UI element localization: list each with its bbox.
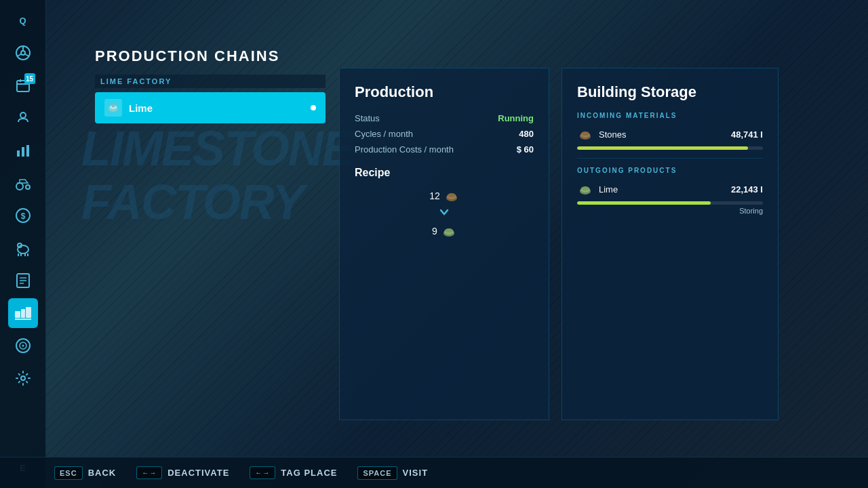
svg-point-41 (448, 193, 456, 197)
sidebar-btn-calendar[interactable]: 15 (8, 70, 38, 100)
svg-point-35 (21, 376, 25, 380)
stones-progress-fill (577, 146, 748, 150)
svg-rect-11 (22, 147, 24, 157)
svg-point-9 (20, 113, 26, 118)
factory-label: LIME FACTORY (95, 75, 326, 88)
recipe-area: 12 9 (355, 188, 534, 239)
storing-label: Storing (577, 207, 763, 215)
sidebar-btn-settings[interactable] (8, 363, 38, 393)
animal-icon (14, 240, 32, 256)
lime-value: 22,143 l (731, 184, 763, 195)
sidebar-btn-production[interactable] (8, 298, 38, 328)
stats-icon (15, 142, 31, 159)
lime-row: Lime 22,143 l (577, 181, 763, 197)
deactivate-key-group[interactable]: ←→ DEACTIVATE (136, 466, 229, 479)
svg-line-4 (24, 54, 28, 57)
visit-key-label: VISIT (403, 468, 429, 478)
recipe-output-item: 9 (432, 224, 456, 239)
tagplace-key-badge: ←→ (250, 466, 275, 479)
tagplace-key-label: TAG PLACE (281, 468, 337, 478)
stones-value: 48,741 l (731, 129, 763, 140)
lime-progress-bg (577, 201, 763, 205)
outgoing-label: OUTGOING PRODUCTS (577, 167, 763, 174)
lime-progress-fill (577, 201, 711, 205)
sidebar-btn-stats[interactable] (8, 136, 38, 165)
svg-point-13 (16, 183, 23, 190)
sidebar: Q 15 (0, 0, 46, 488)
stones-row: Stones 48,741 l (577, 126, 763, 142)
lime-item-dot (311, 105, 316, 110)
svg-rect-29 (21, 309, 25, 318)
esc-key-group[interactable]: ESC BACK (54, 466, 116, 480)
svg-rect-12 (26, 145, 29, 157)
sidebar-btn-animal[interactable] (8, 233, 38, 263)
svg-text:$: $ (20, 211, 25, 221)
deactivate-key-label: DEACTIVATE (167, 468, 229, 478)
settings-icon (15, 370, 31, 386)
lime-icon (577, 181, 593, 197)
production-chains-title: PRODUCTION CHAINS (95, 47, 326, 65)
recipe-arrow-icon (438, 206, 450, 221)
status-value: Running (498, 113, 534, 123)
production-title: Production (355, 83, 534, 101)
tagplace-key-group[interactable]: ←→ TAG PLACE (250, 466, 337, 479)
status-row: Status Running (355, 113, 534, 123)
weather-icon (15, 110, 31, 126)
visit-key-badge: SPACE (357, 466, 397, 480)
deactivate-key-badge: ←→ (136, 466, 162, 479)
svg-point-44 (445, 228, 453, 232)
lime-item-icon (104, 99, 122, 117)
cycles-value: 480 (519, 129, 534, 139)
cycles-row: Cycles / month 480 (355, 129, 534, 139)
svg-line-3 (17, 54, 21, 57)
svg-point-18 (18, 245, 28, 253)
esc-key-badge: ESC (54, 466, 83, 480)
missions-icon (15, 338, 31, 354)
sidebar-btn-weather[interactable] (8, 103, 38, 133)
production-chains-panel: PRODUCTION CHAINS LIME FACTORY Lime (95, 47, 326, 123)
sidebar-btn-missions[interactable] (8, 331, 38, 361)
sidebar-btn-q[interactable]: Q (8, 5, 38, 35)
svg-point-14 (26, 185, 30, 189)
lime-progress-wrap: Storing (577, 201, 763, 215)
recipe-input-amount: 12 (429, 190, 440, 201)
recipe-title: Recipe (355, 167, 534, 179)
costs-value: $ 60 (517, 144, 534, 155)
cycles-label: Cycles / month (355, 129, 413, 139)
production-icon (14, 306, 32, 321)
svg-point-34 (22, 345, 24, 347)
costs-row: Production Costs / month $ 60 (355, 144, 534, 155)
lime-item-label: Lime (129, 102, 304, 114)
stones-icon (577, 126, 593, 142)
building-storage-panel: Building Storage INCOMING MATERIALS Ston… (561, 68, 778, 420)
costs-label: Production Costs / month (355, 144, 454, 155)
sidebar-btn-finance[interactable]: $ (8, 201, 38, 230)
svg-point-50 (581, 186, 589, 190)
recipe-output-amount: 9 (432, 226, 437, 237)
production-panel: Production Status Running Cycles / month… (339, 68, 549, 420)
storage-divider (577, 158, 763, 159)
recipe-output-icon (441, 224, 456, 239)
sidebar-btn-contracts[interactable] (8, 266, 38, 296)
stones-progress-bg (577, 146, 763, 150)
contracts-icon (16, 272, 31, 289)
svg-point-1 (21, 51, 25, 55)
svg-rect-30 (26, 307, 31, 318)
sidebar-btn-steering[interactable] (8, 38, 38, 68)
recipe-input-icon (444, 188, 459, 203)
visit-key-group[interactable]: SPACE VISIT (357, 466, 428, 480)
recipe-input-item: 12 (429, 188, 459, 203)
bottom-bar: ESC BACK ←→ DEACTIVATE ←→ TAG PLACE SPAC… (0, 457, 868, 488)
sidebar-btn-tractor[interactable] (8, 168, 38, 198)
storage-title: Building Storage (577, 83, 763, 101)
lime-name: Lime (599, 184, 726, 195)
stones-progress-wrap (577, 146, 763, 150)
factory-item-lime[interactable]: Lime (95, 92, 326, 123)
stones-name: Stones (599, 129, 726, 140)
svg-point-47 (581, 131, 589, 136)
finance-icon: $ (15, 207, 31, 224)
q-icon: Q (19, 16, 26, 26)
svg-point-38 (112, 104, 115, 108)
esc-key-label: BACK (88, 468, 117, 478)
tractor-icon (14, 176, 32, 190)
